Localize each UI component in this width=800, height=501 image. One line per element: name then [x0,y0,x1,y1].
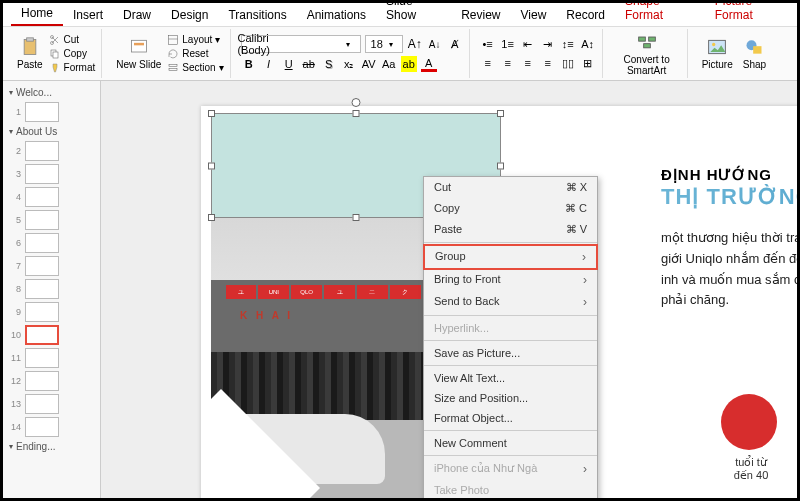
align-left-button[interactable]: ≡ [480,55,496,71]
slide-thumb[interactable]: 1 [5,101,98,123]
tab-home[interactable]: Home [11,2,63,26]
ctx-group[interactable]: Group [423,244,598,270]
tab-review[interactable]: Review [451,4,510,26]
ctx-bring-front[interactable]: Bring to Front [424,269,597,291]
slide-thumb[interactable]: 6 [5,232,98,254]
slide-thumb[interactable]: 9 [5,301,98,323]
tab-animations[interactable]: Animations [297,4,376,26]
slide-thumb[interactable]: 14 [5,416,98,438]
slide-thumb[interactable]: 7 [5,255,98,277]
tab-draw[interactable]: Draw [113,4,161,26]
tab-design[interactable]: Design [161,4,218,26]
ctx-paste[interactable]: Paste⌘ V [424,219,597,240]
resize-handle[interactable] [208,110,215,117]
svg-rect-11 [169,68,177,70]
slide-thumb[interactable]: 12 [5,370,98,392]
tab-view[interactable]: View [511,4,557,26]
format-painter-button[interactable]: Format [49,61,96,75]
resize-handle[interactable] [353,214,360,221]
svg-point-16 [712,43,715,46]
increase-font-icon[interactable]: A↑ [407,36,423,52]
resize-handle[interactable] [208,162,215,169]
slide-thumb[interactable]: 3 [5,163,98,185]
resize-handle[interactable] [208,214,215,221]
justify-button[interactable]: ≡ [540,55,556,71]
bullets-button[interactable]: •≡ [480,36,496,52]
shadow-button[interactable]: S [321,56,337,72]
clear-format-icon[interactable]: A̸ [447,36,463,52]
tab-insert[interactable]: Insert [63,4,113,26]
bold-button[interactable]: B [241,56,257,72]
layout-button[interactable]: Layout ▾ [167,33,223,47]
new-slide-button[interactable]: New Slide [112,35,165,72]
svg-rect-0 [24,40,36,55]
tab-record[interactable]: Record [556,4,615,26]
context-menu: Cut⌘ X Copy⌘ C Paste⌘ V Group Bring to F… [423,176,598,498]
shapes-button[interactable]: Shap [739,35,770,72]
resize-handle[interactable] [497,110,504,117]
copy-button[interactable]: Copy [49,47,96,61]
ctx-alt-text[interactable]: View Alt Text... [424,368,597,388]
ctx-format-object[interactable]: Format Object... [424,408,597,428]
svg-rect-8 [169,35,178,44]
slide-thumb[interactable]: 13 [5,393,98,415]
tab-shape-format[interactable]: Shape Format [615,0,705,26]
underline-button[interactable]: U [281,56,297,72]
reset-button[interactable]: Reset [167,47,223,61]
section-welcome[interactable]: Welco... [5,85,98,100]
ctx-size-position[interactable]: Size and Position... [424,388,597,408]
numbering-button[interactable]: 1≡ [500,36,516,52]
slide-body: một thương hiệu thời trang Nhật Bả giới … [661,228,797,311]
slide-panel[interactable]: Welco... 1 About Us 2 3 4 5 6 7 8 9 10 1… [3,81,101,498]
font-select[interactable]: Calibri (Body)▾ [241,35,361,53]
slide-thumb[interactable]: 4 [5,186,98,208]
subscript-button[interactable]: x₂ [341,56,357,72]
align-center-button[interactable]: ≡ [500,55,516,71]
indent-dec-button[interactable]: ⇤ [520,36,536,52]
svg-rect-1 [26,38,33,41]
rotate-handle[interactable] [352,98,361,107]
toolbar: Paste Cut Copy Format New Slide Layout ▾… [3,27,797,81]
ctx-take-photo[interactable]: Take Photo [424,480,597,498]
font-size-select[interactable]: 18▾ [365,35,403,53]
section-ending[interactable]: Ending... [5,439,98,454]
ctx-send-back[interactable]: Send to Back [424,291,597,313]
slide-canvas[interactable]: ĐỊNH HƯỚNG THỊ TRƯỜNG MỤC T một thương h… [101,81,797,498]
indent-inc-button[interactable]: ⇥ [540,36,556,52]
ctx-save-picture[interactable]: Save as Picture... [424,343,597,363]
decrease-font-icon[interactable]: A↓ [427,36,443,52]
ctx-copy[interactable]: Copy⌘ C [424,198,597,219]
align-right-button[interactable]: ≡ [520,55,536,71]
columns-button[interactable]: ▯▯ [560,55,576,71]
change-case-button[interactable]: Aa [381,56,397,72]
text-direction-button[interactable]: A↕ [580,36,596,52]
cut-button[interactable]: Cut [49,33,96,47]
ctx-cut[interactable]: Cut⌘ X [424,177,597,198]
slide-thumb[interactable]: 5 [5,209,98,231]
ctx-new-comment[interactable]: New Comment [424,433,597,453]
tab-picture-format[interactable]: Picture Format [705,0,797,26]
resize-handle[interactable] [353,110,360,117]
paste-button[interactable]: Paste [13,35,47,72]
highlight-button[interactable]: ab [401,56,417,72]
convert-smartart-button[interactable]: Convert to SmartArt [613,30,681,78]
svg-rect-18 [754,46,762,53]
section-about[interactable]: About Us [5,124,98,139]
font-color-button[interactable]: A [421,56,437,72]
slide-thumb[interactable]: 2 [5,140,98,162]
italic-button[interactable]: I [261,56,277,72]
spacing-button[interactable]: AV [361,56,377,72]
svg-rect-10 [169,64,177,66]
picture-button[interactable]: Picture [698,35,737,72]
section-button[interactable]: Section ▾ [167,61,223,75]
tab-slideshow[interactable]: Slide Show [376,0,451,26]
line-spacing-button[interactable]: ↕≡ [560,36,576,52]
slide-thumb[interactable]: 8 [5,278,98,300]
tab-transitions[interactable]: Transitions [218,4,296,26]
slide-thumb[interactable]: 10 [5,324,98,346]
slide-thumb[interactable]: 11 [5,347,98,369]
resize-handle[interactable] [497,162,504,169]
ctx-iphone[interactable]: iPhone của Như Ngà [424,458,597,480]
strike-button[interactable]: ab [301,56,317,72]
align-button[interactable]: ⊞ [580,55,596,71]
